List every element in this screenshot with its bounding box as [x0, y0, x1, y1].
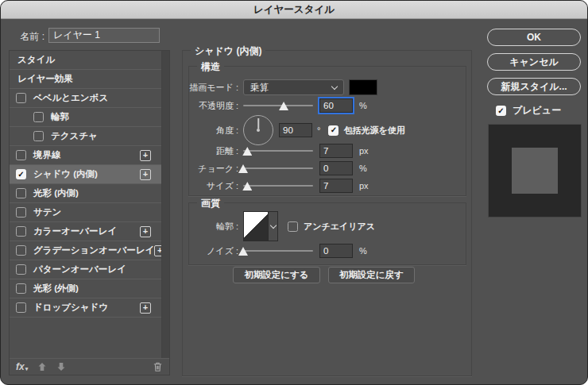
ok-button[interactable]: OK: [487, 29, 581, 46]
opacity-slider[interactable]: [243, 100, 313, 111]
defaults-button-row: 初期設定にする 初期設定に戻す: [183, 267, 465, 283]
checkbox-icon[interactable]: ✓: [16, 283, 26, 294]
checkbox-icon[interactable]: ✓: [16, 302, 26, 313]
opacity-row: 不透明度 : %: [189, 98, 367, 113]
sidebar-item-label: カラーオーバーレイ: [33, 225, 117, 237]
effects-list-footer: fx ▾: [10, 358, 169, 375]
sidebar-item-contour[interactable]: ✓ 輪郭: [10, 108, 161, 127]
checkbox-icon[interactable]: ✓: [16, 264, 26, 275]
slider-track: [243, 150, 313, 152]
sidebar-item-bevel-emboss[interactable]: ✓ ベベルとエンボス: [10, 89, 161, 108]
size-input[interactable]: [319, 179, 353, 193]
sidebar-item-label: サテン: [33, 206, 61, 218]
use-global-light-label: 包括光源を使用: [343, 125, 404, 137]
sidebar-item-outer-glow[interactable]: ✓ 光彩 (外側): [10, 279, 161, 298]
checkbox-icon[interactable]: ✓: [16, 245, 26, 256]
noise-slider[interactable]: [243, 245, 313, 256]
new-style-button[interactable]: 新規スタイル...: [487, 78, 581, 95]
slider-track: [243, 185, 313, 187]
checkbox-checked-icon[interactable]: ✓: [16, 169, 26, 179]
reset-default-button[interactable]: 初期設定に戻す: [328, 267, 415, 283]
inner-shadow-settings-panel: シャドウ (内側) 構造 描画モード : 乗算 不透明度 : %: [182, 50, 472, 376]
contour-thumbnail[interactable]: [244, 212, 268, 241]
angle-unit: °: [317, 125, 320, 135]
angle-input[interactable]: [279, 123, 312, 137]
checkbox-icon[interactable]: ✓: [16, 188, 26, 198]
preview-checkbox[interactable]: ✓: [496, 106, 506, 116]
sidebar-item-inner-shadow[interactable]: ✓ シャドウ (内側) +: [10, 165, 161, 184]
opacity-input[interactable]: [319, 98, 353, 113]
sidebar-item-inner-glow[interactable]: ✓ 光彩 (内側): [10, 184, 161, 203]
contour-picker[interactable]: [243, 211, 278, 241]
fx-menu-button[interactable]: fx ▾: [16, 361, 28, 372]
add-effect-icon[interactable]: +: [140, 169, 151, 180]
add-effect-icon[interactable]: +: [140, 226, 151, 237]
noise-unit: %: [359, 246, 367, 256]
angle-label: 角度 :: [189, 125, 238, 137]
size-slider[interactable]: [243, 180, 313, 191]
distance-row: 距離 : px: [189, 144, 369, 158]
sidebar-item-texture[interactable]: ✓ テクスチャ: [10, 127, 161, 146]
delete-effect-trash-icon[interactable]: [153, 361, 163, 372]
contour-row: 輪郭 : ✓ アンチエイリアス: [189, 211, 375, 241]
move-effect-down-icon[interactable]: [56, 362, 66, 372]
sidebar-item-pattern-overlay[interactable]: ✓ パターンオーバーレイ: [10, 260, 161, 279]
checkbox-icon[interactable]: ✓: [16, 150, 26, 160]
checkbox-icon[interactable]: ✓: [16, 93, 26, 103]
choke-unit: %: [359, 164, 367, 173]
sidebar-item-label: ドロップシャドウ: [33, 302, 108, 314]
size-unit: px: [359, 181, 369, 191]
size-label: サイズ :: [189, 180, 238, 192]
sidebar-item-drop-shadow[interactable]: ✓ ドロップシャドウ +: [10, 298, 161, 318]
make-default-button[interactable]: 初期設定にする: [233, 267, 319, 283]
chevron-down-icon: [269, 222, 276, 229]
contour-dropdown-strip[interactable]: [268, 212, 277, 241]
sidebar-item-blending-options[interactable]: レイヤー効果: [10, 70, 161, 89]
choke-input[interactable]: [319, 161, 353, 175]
size-row: サイズ : px: [189, 179, 369, 193]
cancel-button[interactable]: キャンセル: [487, 53, 581, 71]
checkbox-icon[interactable]: ✓: [16, 207, 26, 218]
distance-slider[interactable]: [243, 145, 313, 156]
quality-group: 画質 輪郭 : ✓ アンチエイリアス ノイズ :: [188, 202, 466, 265]
angle-dial[interactable]: [243, 115, 273, 145]
add-effect-icon[interactable]: +: [140, 302, 151, 314]
move-effect-up-icon[interactable]: [37, 362, 47, 372]
sidebar-item-styles[interactable]: スタイル: [10, 51, 161, 70]
shadow-color-swatch[interactable]: [349, 79, 377, 95]
checkbox-icon[interactable]: ✓: [33, 131, 44, 141]
layer-style-dialog: レイヤースタイル 名前 : スタイル レイヤー効果 ✓ ベベルとエンボス ✓ 輪…: [0, 0, 588, 385]
sidebar-item-color-overlay[interactable]: ✓ カラーオーバーレイ +: [10, 222, 161, 241]
sidebar-item-satin[interactable]: ✓ サテン: [10, 203, 161, 222]
opacity-unit: %: [359, 101, 367, 110]
preview-toggle-row: ✓ プレビュー: [496, 104, 561, 117]
slider-track: [243, 105, 313, 106]
sidebar-item-label: シャドウ (内側): [33, 168, 98, 180]
structure-group: 構造 描画モード : 乗算 不透明度 : % 角度 :: [188, 66, 466, 196]
anti-alias-checkbox[interactable]: ✓: [288, 221, 298, 232]
choke-slider[interactable]: [243, 163, 313, 174]
noise-input[interactable]: [319, 244, 353, 258]
effects-list-scrollbar[interactable]: [161, 51, 169, 358]
sidebar-item-label: 光彩 (外側): [33, 283, 79, 295]
blend-mode-label: 描画モード :: [189, 82, 238, 94]
quality-legend: 画質: [197, 197, 224, 210]
anti-alias-label: アンチエイリアス: [304, 221, 375, 233]
sidebar-item-label: グラデーションオーバーレイ: [33, 244, 154, 256]
blend-mode-select[interactable]: 乗算: [243, 79, 344, 95]
style-preview-square: [512, 148, 558, 194]
sidebar-item-label: 境界線: [33, 149, 61, 161]
dialog-titlebar: レイヤースタイル: [1, 1, 587, 19]
sidebar-item-gradient-overlay[interactable]: ✓ グラデーションオーバーレイ +: [10, 241, 161, 260]
angle-row: 角度 : ° ✓ 包括光源を使用: [189, 115, 405, 145]
distance-label: 距離 :: [189, 145, 238, 157]
checkbox-icon[interactable]: ✓: [16, 226, 26, 237]
preview-label: プレビュー: [513, 104, 561, 117]
sidebar-item-stroke[interactable]: ✓ 境界線 +: [10, 146, 161, 165]
layer-name-input[interactable]: [48, 28, 160, 43]
use-global-light-checkbox[interactable]: ✓: [328, 125, 338, 136]
distance-input[interactable]: [319, 144, 353, 158]
add-effect-icon[interactable]: +: [140, 150, 151, 161]
checkbox-icon[interactable]: ✓: [33, 112, 44, 122]
effects-list: スタイル レイヤー効果 ✓ ベベルとエンボス ✓ 輪郭 ✓ テクスチャ ✓ 境界…: [10, 51, 161, 358]
